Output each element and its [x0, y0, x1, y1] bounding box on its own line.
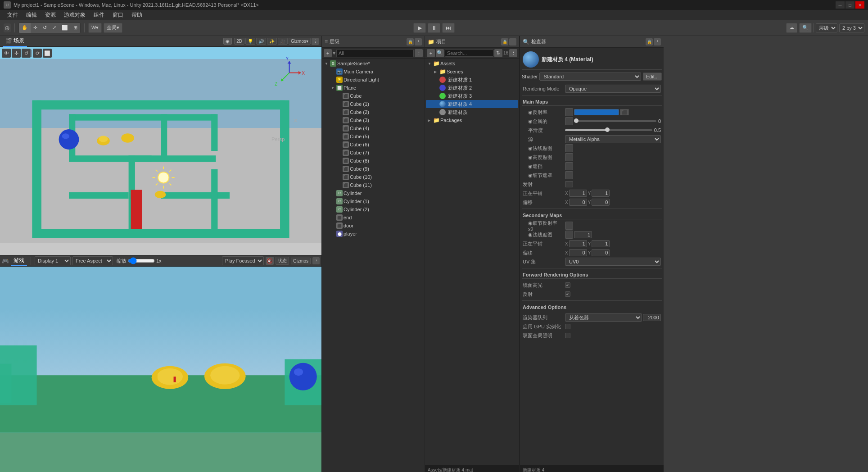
hierarchy-door[interactable]: ⬛ door — [323, 222, 424, 230]
mute-btn[interactable]: 🔇 — [266, 257, 274, 265]
project-more-btn[interactable]: ⋮ — [509, 38, 516, 45]
albedo-texture-preview[interactable] — [565, 108, 573, 116]
stats-btn[interactable]: 状态 — [276, 257, 289, 265]
step-button[interactable]: ⏭ — [442, 23, 455, 33]
hierarchy-search-input[interactable] — [336, 49, 414, 57]
global-mode-button[interactable]: 全局▾ — [104, 23, 122, 33]
sec-offset-x-input[interactable] — [569, 249, 587, 256]
pivot-mode-button[interactable]: W▾ — [88, 23, 102, 33]
project-mat3[interactable]: 新建材质 3 — [426, 92, 518, 100]
gpu-instancing-checkbox[interactable] — [565, 324, 570, 329]
detail-mask-preview[interactable] — [565, 171, 573, 179]
scene-eye-btn[interactable]: 👁 — [2, 49, 11, 58]
inspector-lock-btn[interactable]: 🔒 — [646, 38, 653, 45]
hierarchy-player[interactable]: ⬤ player — [323, 230, 424, 238]
shader-dropdown[interactable]: Standard — [539, 73, 641, 81]
lighting-btn[interactable]: 💡 — [245, 38, 255, 45]
hand-tool[interactable]: ✋ — [19, 23, 31, 33]
tiling-x-input[interactable] — [569, 190, 587, 197]
hierarchy-cube-10[interactable]: ⬛ Cube (10) — [323, 173, 424, 181]
offset-x-input[interactable] — [569, 199, 587, 206]
hierarchy-cube[interactable]: ⬛ Cube — [323, 92, 424, 100]
spec-highlights-checkbox[interactable] — [565, 282, 570, 288]
project-lock-btn[interactable]: 🔒 — [501, 38, 508, 45]
project-packages-folder[interactable]: ▶ 📁 Packages — [426, 116, 518, 124]
scene-view[interactable]: X Y Z Persp ✕ 👁 ✛ ↺ ⟳ ⬜ — [0, 47, 321, 255]
play-button[interactable]: ▶ — [413, 23, 426, 33]
height-map-preview[interactable] — [565, 153, 573, 161]
scene-nav-btn[interactable]: ✛ — [12, 49, 21, 58]
game-more-btn[interactable]: ⋮ — [312, 257, 320, 264]
detail-normal-preview[interactable] — [565, 231, 573, 239]
hierarchy-cube-7[interactable]: ⬛ Cube (7) — [323, 149, 424, 157]
minimize-button[interactable]: ─ — [836, 1, 845, 9]
normal-map-preview[interactable] — [565, 144, 573, 152]
menu-edit[interactable]: 编辑 — [23, 10, 41, 20]
project-mat5[interactable]: 新建材质 — [426, 108, 518, 116]
project-mat1[interactable]: 新建材质 1 — [426, 76, 518, 84]
display-dropdown[interactable]: Display 1 — [35, 256, 71, 265]
rotate-tool[interactable]: ↺ — [40, 23, 50, 33]
camera-btn[interactable]: 🎥 — [278, 38, 288, 45]
hierarchy-lock-btn[interactable]: 🔒 — [407, 38, 414, 45]
shading-mode-btn[interactable]: ◉ — [223, 38, 232, 45]
project-mat4[interactable]: 新建材质 4 — [426, 100, 518, 108]
hierarchy-cube-5[interactable]: ⬛ Cube (5) — [323, 132, 424, 141]
scale-tool[interactable]: ⤢ — [50, 23, 59, 33]
shader-edit-button[interactable]: Edit... — [643, 73, 662, 81]
menu-assets[interactable]: 资源 — [41, 10, 59, 20]
hierarchy-cube-9[interactable]: ⬛ Cube (9) — [323, 165, 424, 173]
menu-file[interactable]: 文件 — [4, 10, 22, 20]
rendering-mode-dropdown[interactable]: Opaque — [565, 85, 661, 93]
detail-normal-value[interactable] — [574, 231, 592, 238]
menu-window[interactable]: 窗口 — [109, 10, 127, 20]
pause-button[interactable]: ⏸ — [428, 23, 440, 33]
hierarchy-dir-light[interactable]: 💡 Directional Light — [323, 76, 424, 84]
smoothness-slider[interactable] — [565, 129, 652, 131]
source-dropdown[interactable]: Metallic Alpha — [565, 135, 661, 143]
project-search-btn[interactable]: 🔍 — [436, 49, 444, 57]
tiling-y-input[interactable] — [592, 190, 610, 197]
hierarchy-cube-2[interactable]: ⬛ Cube (2) — [323, 108, 424, 116]
cloud-button[interactable]: ☁ — [786, 23, 797, 33]
gizmo-visibility-btn[interactable]: Gizmos▾ — [289, 38, 311, 45]
hierarchy-cube-11[interactable]: ⬛ Cube (11) — [323, 181, 424, 189]
hierarchy-more-btn[interactable]: ⋮ — [415, 38, 422, 45]
hierarchy-plane[interactable]: ▼ ⬜ Plane — [323, 84, 424, 92]
hierarchy-cylinder[interactable]: ⬭ Cylinder — [323, 189, 424, 197]
offset-y-input[interactable] — [592, 199, 610, 206]
more-options-btn[interactable]: ⋮ — [312, 38, 319, 45]
hierarchy-end[interactable]: ⬛ end — [323, 213, 424, 222]
hierarchy-scene-root[interactable]: ▼ S SampleScene* — [323, 59, 424, 68]
aspect-dropdown[interactable]: Free Aspect — [72, 256, 113, 265]
reflections-checkbox[interactable] — [565, 291, 570, 297]
albedo-color-picker[interactable]: ⬛ — [620, 109, 629, 115]
hierarchy-cube-4[interactable]: ⬛ Cube (4) — [323, 124, 424, 132]
metallic-slider[interactable] — [574, 120, 656, 122]
render-queue-value-input[interactable] — [643, 314, 661, 321]
hierarchy-cube-1[interactable]: ⬛ Cube (1) — [323, 100, 424, 108]
gizmos-btn[interactable]: Gizmos — [291, 258, 311, 264]
maximize-button[interactable]: □ — [845, 1, 854, 9]
layout-dropdown[interactable]: 2 by 3 — [839, 23, 864, 32]
2d-mode-btn[interactable]: 2D — [234, 38, 244, 45]
detail-albedo-preview[interactable] — [565, 222, 573, 230]
game-tab[interactable]: 游戏 — [11, 255, 27, 266]
fx-btn[interactable]: ✨ — [267, 38, 277, 45]
hierarchy-cylinder-2[interactable]: ⬭ Cylinder (2) — [323, 205, 424, 213]
occlusion-preview[interactable] — [565, 162, 573, 170]
sec-offset-y-input[interactable] — [592, 249, 610, 256]
hierarchy-cube-8[interactable]: ⬛ Cube (8) — [323, 157, 424, 165]
scene-tab[interactable]: 🎬 场景 — [3, 36, 27, 47]
project-options-btn[interactable]: ⋮ — [509, 49, 517, 57]
render-queue-dropdown[interactable]: 从着色器 — [565, 313, 642, 322]
uv-set-dropdown[interactable]: UV0 — [565, 258, 661, 266]
albedo-color-bar[interactable] — [574, 109, 619, 115]
double-sided-gi-checkbox[interactable] — [565, 333, 570, 338]
menu-gameobject[interactable]: 游戏对象 — [60, 10, 89, 20]
project-assets-folder[interactable]: ▼ 📁 Assets — [426, 59, 518, 68]
sec-tiling-x-input[interactable] — [569, 240, 587, 247]
hierarchy-options-btn[interactable]: ⋮ — [415, 49, 423, 57]
layers-dropdown[interactable]: 层级 — [816, 23, 837, 32]
hierarchy-cube-6[interactable]: ⬛ Cube (6) — [323, 141, 424, 149]
